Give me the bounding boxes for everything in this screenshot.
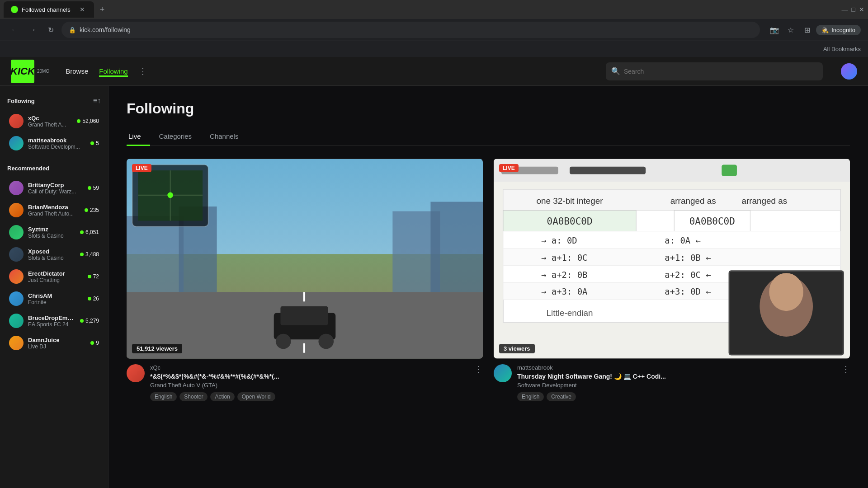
svg-text:→ a: 0D: → a: 0D (541, 235, 577, 245)
tab-bar: Followed channels ✕ + — □ ✕ (0, 0, 868, 19)
minimize-button[interactable]: — (842, 6, 848, 13)
tab-live[interactable]: Live (127, 128, 150, 146)
bookmarks-label: All Bookmarks (823, 46, 861, 52)
svg-point-47 (769, 273, 803, 311)
new-tab-button[interactable]: + (96, 3, 108, 16)
incognito-button[interactable]: 🕵 Incognito (816, 25, 861, 35)
erect-info: ErectDictator Just Chatting (28, 270, 83, 283)
logo-text: KICK (10, 66, 35, 77)
erect-name: ErectDictator (28, 270, 83, 277)
app: KICK 20MO Browse Following ⋮ 🔍 Following… (0, 57, 868, 488)
bruce-game: EA Sports FC 24 (28, 321, 75, 328)
xqc-stream-tags: English Shooter Action Open World (150, 392, 469, 401)
matt-name: mattseabrook (28, 137, 86, 144)
live-dot (80, 319, 84, 323)
brian-viewers: 235 (85, 207, 99, 213)
logo[interactable]: KICK 20MO (11, 60, 49, 83)
stream-more-menu-xqc[interactable]: ⋮ (475, 364, 483, 401)
sidebar-item-brucedropemoff[interactable]: BruceDropEmOff EA Sports FC 24 5,279 (2, 310, 106, 332)
following-section-title: Following (7, 98, 35, 104)
stream-more-menu-matt[interactable]: ⋮ (842, 364, 850, 401)
stream-card-xqc[interactable]: LIVE (127, 159, 483, 401)
sort-icon[interactable]: ≡↑ (93, 97, 101, 105)
sidebar-item-xposed[interactable]: Xposed Slots & Casino 3,488 (2, 244, 106, 265)
syztmz-info: Syztmz Slots & Casino (28, 226, 75, 239)
stream-thumbnail-matt: LIVE (494, 159, 850, 359)
xqc-game: Grand Theft A... (28, 122, 72, 128)
xqc-avatar (9, 114, 24, 128)
content-area: Following Live Categories Channels LIVE (108, 86, 868, 488)
matt-avatar (9, 136, 24, 150)
close-button[interactable]: ✕ (859, 6, 864, 13)
matt-stream-name: mattseabrook (517, 364, 836, 371)
sidebar-item-erectdictator[interactable]: ErectDictator Just Chatting 72 (2, 266, 106, 287)
svg-rect-4 (127, 216, 184, 292)
damn-name: DamnJuice (28, 337, 86, 343)
damn-game: Live DJ (28, 343, 86, 350)
xposed-name: Xposed (28, 248, 75, 255)
following-link[interactable]: Following (99, 66, 127, 77)
xqc-stream-name: xQc (150, 364, 469, 371)
back-button[interactable]: ← (7, 23, 22, 37)
search-input[interactable] (624, 68, 817, 75)
syztmz-name: Syztmz (28, 226, 75, 233)
sidebar-item-damnjuice[interactable]: DamnJuice Live DJ 9 (2, 332, 106, 354)
browse-link[interactable]: Browse (66, 66, 88, 77)
chris-info: ChrisAM Fortnite (28, 292, 83, 305)
avatar[interactable] (841, 63, 857, 80)
sidebar-item-mattseabrook[interactable]: mattseabrook Software Developm... 5 (2, 132, 106, 154)
more-menu-icon[interactable]: ⋮ (139, 66, 147, 76)
tag-creative[interactable]: Creative (547, 392, 576, 401)
tag-openworld[interactable]: Open World (237, 392, 275, 401)
active-tab[interactable]: Followed channels ✕ (4, 1, 94, 18)
forward-button[interactable]: → (25, 23, 40, 37)
tab-categories[interactable]: Categories (150, 128, 201, 146)
matt-stream-category: Software Development (517, 382, 836, 389)
svg-text:a+2: 0C ←: a+2: 0C ← (665, 270, 711, 280)
address-bar[interactable]: 🔒 kick.com/following (61, 22, 760, 38)
tab-close-button[interactable]: ✕ (78, 5, 87, 14)
lock-icon: 🔒 (69, 27, 76, 33)
live-badge-matt: LIVE (499, 164, 519, 172)
stream-meta-matt: mattseabrook Thursday Night Software Gan… (494, 364, 850, 401)
search-bar[interactable]: 🔍 (606, 62, 823, 80)
tab-channels[interactable]: Channels (201, 128, 247, 146)
recommended-section-title: Recommended (7, 165, 49, 172)
maximize-button[interactable]: □ (852, 6, 855, 13)
xqc-stream-info: xQc *&$(‌*%&$*(‌%&‌#(*&-*%#&%**#(‌%&(#*&… (150, 364, 469, 401)
bruce-viewers: 5,279 (80, 318, 99, 324)
star-icon[interactable]: ☆ (783, 23, 798, 37)
erect-game: Just Chatting (28, 277, 83, 283)
sidebar-item-syztmz[interactable]: Syztmz Slots & Casino 6,051 (2, 221, 106, 243)
matt-stream-title: Thursday Night Software Gang! 🌙 💻 C++ Co… (517, 373, 836, 380)
sidebar: Following ≡↑ xQc Grand Theft A... 52,060… (0, 86, 108, 488)
erect-avatar (9, 269, 24, 284)
live-dot (85, 208, 88, 212)
camera-off-icon[interactable]: 📷 (767, 23, 782, 37)
svg-text:0A0B0C0D: 0A0B0C0D (547, 216, 593, 227)
tag-english-matt[interactable]: English (517, 392, 544, 401)
reload-button[interactable]: ↻ (43, 23, 58, 37)
tabs-bar: Live Categories Channels (127, 128, 850, 146)
sidebar-item-brianmendoza[interactable]: BrianMendoza Grand Theft Auto... 235 (2, 199, 106, 221)
following-section-header: Following ≡↑ (0, 93, 108, 108)
nav-bar: ← → ↻ 🔒 kick.com/following 📷 ☆ ⊞ 🕵 Incog… (0, 19, 868, 41)
tag-english[interactable]: English (150, 392, 177, 401)
svg-text:0A0B0C0D: 0A0B0C0D (689, 216, 735, 227)
brittany-name: BrittanyCorp (28, 182, 83, 188)
tag-shooter[interactable]: Shooter (179, 392, 208, 401)
brian-info: BrianMendoza Grand Theft Auto... (28, 204, 80, 217)
stream-card-matt[interactable]: LIVE (494, 159, 850, 401)
svg-point-11 (318, 334, 334, 349)
devices-icon[interactable]: ⊞ (800, 23, 814, 37)
svg-point-16 (167, 192, 173, 198)
sidebar-item-chrisam[interactable]: ChrisAM Fortnite 26 (2, 288, 106, 310)
tag-action[interactable]: Action (210, 392, 234, 401)
svg-text:→ a+2: 0B: → a+2: 0B (541, 270, 587, 280)
xqc-stream-avatar (127, 364, 145, 382)
svg-rect-9 (280, 306, 328, 325)
sidebar-item-brittanycorp[interactable]: BrittanyCorp Call of Duty: Warz... 59 (2, 177, 106, 199)
brittany-avatar (9, 181, 24, 195)
sidebar-item-xqc[interactable]: xQc Grand Theft A... 52,060 (2, 110, 106, 132)
matt-stream-info: mattseabrook Thursday Night Software Gan… (517, 364, 836, 401)
